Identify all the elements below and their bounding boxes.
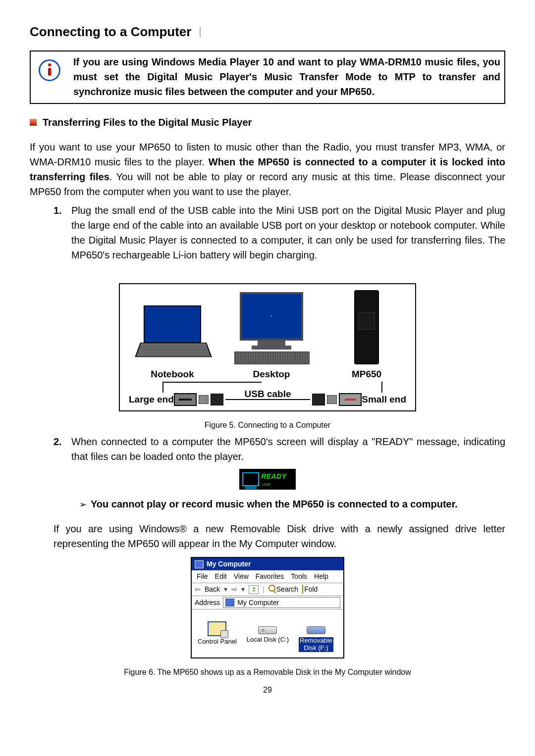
usb-a-plug-icon: [211, 394, 223, 405]
step-text: When connected to a computer the MP650's…: [71, 436, 505, 462]
folders-button[interactable]: Fold: [302, 584, 318, 595]
usb-a-jack-icon: [199, 395, 209, 404]
search-icon: [268, 585, 275, 592]
bullet-icon: [30, 119, 37, 126]
notebook-label: Notebook: [129, 367, 216, 382]
window-titlebar[interactable]: My Computer: [192, 558, 343, 570]
menu-help[interactable]: Help: [314, 571, 328, 582]
menu-bar: File Edit View Favorites Tools Help: [192, 570, 343, 583]
my-computer-icon: [225, 599, 234, 606]
info-icon: [39, 59, 60, 81]
figure-5-caption: Figure 5. Connecting to a Computer: [30, 419, 505, 431]
windows-paragraph: If you are using Windows® a new Removabl…: [30, 521, 505, 551]
section-title: Transferring Files to the Digital Music …: [43, 115, 252, 130]
warning-note: ➢ You cannot play or record music when t…: [30, 497, 505, 511]
page-number: 29: [30, 684, 505, 696]
back-arrow-icon[interactable]: ⇦: [195, 584, 201, 595]
my-computer-window: My Computer File Edit View Favorites Too…: [191, 557, 344, 658]
control-panel-icon: [208, 621, 226, 636]
desktop-illustration: [234, 292, 309, 364]
figure-5: Notebook Desktop MP650: [30, 267, 505, 431]
toolbar: ⇦ Back ▾ ⇨ ▾ ↥ | Search Fold: [192, 583, 343, 596]
address-bar: Address My Computer: [192, 596, 343, 609]
step-text: Plug the small end of the USB cable into…: [71, 205, 505, 260]
step-2: 2. When connected to a computer the MP65…: [54, 434, 505, 464]
alert-box: If you are using Windows Media Player 10…: [30, 50, 505, 104]
control-panel-item[interactable]: Control Panel: [198, 621, 237, 653]
menu-tools[interactable]: Tools: [291, 571, 307, 582]
mini-usb-jack-icon: [327, 395, 337, 404]
figure-6: My Computer File Edit View Favorites Too…: [30, 557, 505, 678]
mp650-label: MP650: [327, 367, 406, 382]
arrow-right-icon: ➢: [79, 498, 87, 511]
usb-cable-illustration: USB cable: [199, 394, 337, 405]
page-heading: Connecting to a Computer︱: [30, 22, 505, 42]
figure-5-frame: Notebook Desktop MP650: [119, 283, 416, 411]
local-disk-item[interactable]: Local Disk (C:): [247, 621, 289, 653]
monitor-icon: [242, 472, 259, 486]
search-button[interactable]: Search: [268, 584, 298, 595]
address-label: Address: [195, 598, 220, 608]
alert-text: If you are using Windows Media Player 10…: [73, 54, 500, 99]
back-dropdown-icon[interactable]: ▾: [224, 584, 227, 595]
menu-view[interactable]: View: [234, 571, 249, 582]
note-text: You cannot play or record music when the…: [91, 497, 458, 511]
step-1: 1. Plug the small end of the USB cable i…: [54, 203, 505, 262]
menu-file[interactable]: File: [197, 571, 208, 582]
local-disk-label: Local Disk (C:): [247, 636, 289, 644]
ready-text: READY: [261, 471, 287, 482]
usb-cable-label: USB cable: [245, 387, 291, 402]
section-heading: Transferring Files to the Digital Music …: [30, 115, 505, 130]
document-page: Connecting to a Computer︱ If you are usi…: [0, 0, 535, 756]
desktop-label: Desktop: [216, 367, 327, 382]
folders-icon: [302, 585, 303, 594]
window-title: My Computer: [207, 559, 251, 569]
small-end-label: Small end: [362, 393, 406, 407]
large-end-label: Large end: [129, 393, 174, 407]
back-button[interactable]: Back: [205, 584, 220, 595]
ready-usb-label: USB: [262, 482, 287, 488]
mini-usb-plug-icon: [312, 394, 325, 405]
control-panel-label: Control Panel: [198, 638, 237, 646]
heading-text: Connecting to a Computer: [30, 24, 191, 39]
removable-disk-item[interactable]: RemovableDisk (F:): [299, 621, 333, 653]
step-number: 2.: [54, 434, 62, 449]
up-folder-icon[interactable]: ↥: [249, 585, 259, 594]
notebook-illustration: [140, 305, 205, 364]
ready-indicator: READY USB: [239, 469, 296, 490]
address-field[interactable]: My Computer: [223, 597, 340, 608]
step-list-2: 2. When connected to a computer the MP65…: [30, 434, 505, 464]
folders-label: Fold: [304, 585, 318, 593]
forward-arrow-icon[interactable]: ⇨: [231, 584, 237, 595]
removable-disk-label: RemovableDisk (F:): [299, 637, 333, 652]
figure-6-caption: Figure 6. The MP650 shows up as a Remova…: [30, 666, 505, 678]
menu-favorites[interactable]: Favorites: [256, 571, 284, 582]
search-label: Search: [276, 585, 298, 593]
intro-paragraph: If you want to use your MP650 to listen …: [30, 140, 505, 199]
address-value: My Computer: [237, 598, 279, 608]
menu-edit[interactable]: Edit: [215, 571, 227, 582]
explorer-body: Control Panel Local Disk (C:) RemovableD…: [192, 609, 343, 657]
mini-usb-port-icon: [339, 393, 362, 406]
mp650-illustration: [354, 290, 379, 364]
step-number: 1.: [54, 203, 62, 218]
removable-disk-icon: [307, 626, 325, 634]
step-list: 1. Plug the small end of the USB cable i…: [30, 203, 505, 262]
my-computer-icon: [195, 560, 204, 568]
forward-dropdown-icon[interactable]: ▾: [241, 584, 245, 595]
disk-icon: [258, 626, 277, 634]
usb-a-port-icon: [174, 393, 197, 406]
